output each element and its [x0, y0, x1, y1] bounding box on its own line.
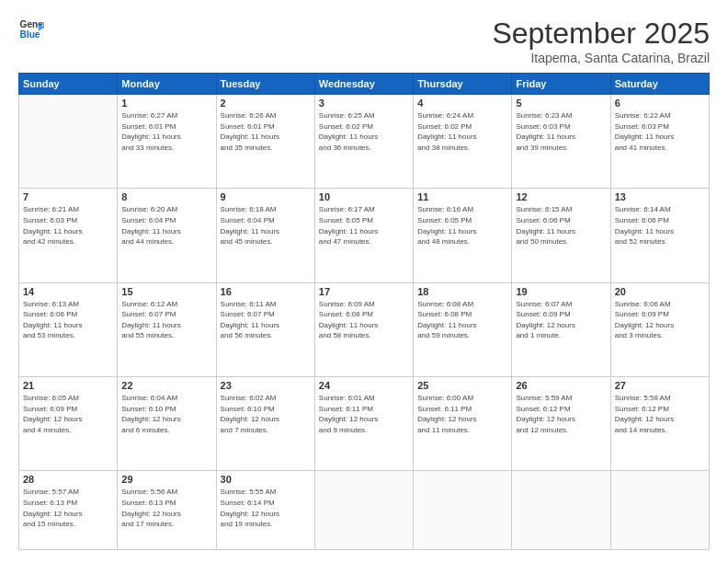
day-number: 13	[615, 191, 705, 202]
day-number: 30	[221, 474, 311, 485]
header: General Blue September 2025 Itapema, San…	[18, 17, 710, 65]
table-cell: 7Sunrise: 6:21 AMSunset: 6:03 PMDaylight…	[19, 189, 118, 282]
logo: General Blue	[18, 17, 44, 42]
day-info: Sunrise: 6:02 AMSunset: 6:10 PMDaylight:…	[221, 393, 311, 435]
day-number: 8	[121, 191, 211, 202]
table-cell	[414, 471, 512, 550]
day-info: Sunrise: 5:57 AMSunset: 6:13 PMDaylight:…	[23, 487, 113, 529]
day-info: Sunrise: 5:59 AMSunset: 6:12 PMDaylight:…	[516, 393, 606, 435]
day-number: 22	[121, 380, 211, 391]
day-number: 3	[319, 98, 409, 109]
day-info: Sunrise: 6:15 AMSunset: 6:06 PMDaylight:…	[516, 204, 606, 247]
table-cell: 20Sunrise: 6:06 AMSunset: 6:09 PMDayligh…	[610, 282, 709, 376]
day-info: Sunrise: 5:58 AMSunset: 6:12 PMDaylight:…	[615, 393, 705, 435]
table-cell: 8Sunrise: 6:20 AMSunset: 6:04 PMDaylight…	[118, 189, 216, 282]
day-info: Sunrise: 6:00 AMSunset: 6:11 PMDaylight:…	[417, 393, 507, 435]
table-cell: 11Sunrise: 6:16 AMSunset: 6:05 PMDayligh…	[414, 189, 512, 282]
day-info: Sunrise: 6:05 AMSunset: 6:09 PMDaylight:…	[23, 393, 113, 435]
day-info: Sunrise: 6:24 AMSunset: 6:02 PMDaylight:…	[417, 110, 507, 153]
calendar-table: Sunday Monday Tuesday Wednesday Thursday…	[18, 73, 710, 550]
day-number: 28	[23, 474, 113, 485]
day-number: 16	[221, 286, 311, 297]
day-info: Sunrise: 6:22 AMSunset: 6:03 PMDaylight:…	[615, 110, 705, 153]
day-info: Sunrise: 6:17 AMSunset: 6:05 PMDaylight:…	[319, 204, 409, 247]
day-info: Sunrise: 6:13 AMSunset: 6:06 PMDaylight:…	[23, 299, 113, 341]
svg-text:Blue: Blue	[20, 29, 40, 40]
day-info: Sunrise: 6:21 AMSunset: 6:03 PMDaylight:…	[23, 204, 113, 247]
day-number: 1	[121, 98, 211, 109]
day-number: 2	[221, 98, 311, 109]
subtitle: Itapema, Santa Catarina, Brazil	[492, 51, 710, 65]
day-info: Sunrise: 5:55 AMSunset: 6:14 PMDaylight:…	[221, 487, 311, 529]
day-info: Sunrise: 6:25 AMSunset: 6:02 PMDaylight:…	[319, 110, 409, 153]
day-number: 26	[516, 380, 606, 391]
day-info: Sunrise: 6:04 AMSunset: 6:10 PMDaylight:…	[121, 393, 211, 435]
day-info: Sunrise: 6:09 AMSunset: 6:08 PMDaylight:…	[319, 299, 409, 341]
day-number: 15	[121, 286, 211, 297]
table-cell: 19Sunrise: 6:07 AMSunset: 6:09 PMDayligh…	[512, 282, 610, 376]
col-tuesday: Tuesday	[216, 74, 314, 95]
day-info: Sunrise: 6:14 AMSunset: 6:06 PMDaylight:…	[615, 204, 705, 247]
table-cell: 5Sunrise: 6:23 AMSunset: 6:03 PMDaylight…	[512, 95, 610, 189]
day-info: Sunrise: 6:23 AMSunset: 6:03 PMDaylight:…	[516, 110, 606, 153]
day-number: 27	[615, 380, 705, 391]
col-friday: Friday	[512, 74, 610, 95]
table-cell: 17Sunrise: 6:09 AMSunset: 6:08 PMDayligh…	[314, 282, 413, 376]
table-cell: 2Sunrise: 6:26 AMSunset: 6:01 PMDaylight…	[216, 95, 314, 189]
table-cell: 9Sunrise: 6:18 AMSunset: 6:04 PMDaylight…	[216, 189, 314, 282]
table-cell: 15Sunrise: 6:12 AMSunset: 6:07 PMDayligh…	[118, 282, 216, 376]
day-number: 11	[417, 191, 507, 202]
day-number: 17	[319, 286, 409, 297]
table-cell: 30Sunrise: 5:55 AMSunset: 6:14 PMDayligh…	[216, 471, 314, 550]
table-cell: 18Sunrise: 6:08 AMSunset: 6:08 PMDayligh…	[414, 282, 512, 376]
table-cell: 23Sunrise: 6:02 AMSunset: 6:10 PMDayligh…	[216, 376, 314, 470]
table-cell: 28Sunrise: 5:57 AMSunset: 6:13 PMDayligh…	[19, 471, 118, 550]
page: General Blue September 2025 Itapema, San…	[0, 0, 728, 563]
day-info: Sunrise: 6:27 AMSunset: 6:01 PMDaylight:…	[121, 110, 211, 153]
table-cell: 4Sunrise: 6:24 AMSunset: 6:02 PMDaylight…	[414, 95, 512, 189]
day-number: 23	[221, 380, 311, 391]
calendar-header-row: Sunday Monday Tuesday Wednesday Thursday…	[19, 74, 710, 95]
day-info: Sunrise: 6:08 AMSunset: 6:08 PMDaylight:…	[417, 299, 507, 341]
table-cell: 3Sunrise: 6:25 AMSunset: 6:02 PMDaylight…	[314, 95, 413, 189]
day-number: 25	[417, 380, 507, 391]
day-info: Sunrise: 6:20 AMSunset: 6:04 PMDaylight:…	[121, 204, 211, 247]
day-number: 9	[221, 191, 311, 202]
table-cell: 13Sunrise: 6:14 AMSunset: 6:06 PMDayligh…	[610, 189, 709, 282]
day-number: 20	[615, 286, 705, 297]
table-cell: 6Sunrise: 6:22 AMSunset: 6:03 PMDaylight…	[610, 95, 709, 189]
day-number: 18	[417, 286, 507, 297]
table-cell: 27Sunrise: 5:58 AMSunset: 6:12 PMDayligh…	[610, 376, 709, 470]
title-block: September 2025 Itapema, Santa Catarina, …	[492, 17, 710, 65]
day-number: 5	[516, 98, 606, 109]
day-number: 7	[23, 191, 113, 202]
table-cell	[512, 471, 610, 550]
table-cell: 26Sunrise: 5:59 AMSunset: 6:12 PMDayligh…	[512, 376, 610, 470]
day-info: Sunrise: 6:07 AMSunset: 6:09 PMDaylight:…	[516, 299, 606, 341]
day-info: Sunrise: 6:18 AMSunset: 6:04 PMDaylight:…	[221, 204, 311, 247]
table-cell: 29Sunrise: 5:56 AMSunset: 6:13 PMDayligh…	[118, 471, 216, 550]
day-number: 29	[121, 474, 211, 485]
col-thursday: Thursday	[414, 74, 512, 95]
day-number: 21	[23, 380, 113, 391]
table-cell: 1Sunrise: 6:27 AMSunset: 6:01 PMDaylight…	[118, 95, 216, 189]
table-cell: 24Sunrise: 6:01 AMSunset: 6:11 PMDayligh…	[314, 376, 413, 470]
col-sunday: Sunday	[19, 74, 118, 95]
col-saturday: Saturday	[610, 74, 709, 95]
table-cell	[610, 471, 709, 550]
table-cell	[19, 95, 118, 189]
table-cell: 12Sunrise: 6:15 AMSunset: 6:06 PMDayligh…	[512, 189, 610, 282]
day-number: 4	[417, 98, 507, 109]
day-info: Sunrise: 6:01 AMSunset: 6:11 PMDaylight:…	[319, 393, 409, 435]
day-info: Sunrise: 6:12 AMSunset: 6:07 PMDaylight:…	[121, 299, 211, 341]
table-cell	[314, 471, 413, 550]
day-info: Sunrise: 6:26 AMSunset: 6:01 PMDaylight:…	[221, 110, 311, 153]
table-cell: 16Sunrise: 6:11 AMSunset: 6:07 PMDayligh…	[216, 282, 314, 376]
table-cell: 22Sunrise: 6:04 AMSunset: 6:10 PMDayligh…	[118, 376, 216, 470]
day-number: 6	[615, 98, 705, 109]
month-title: September 2025	[492, 17, 710, 51]
table-cell: 25Sunrise: 6:00 AMSunset: 6:11 PMDayligh…	[414, 376, 512, 470]
table-cell: 21Sunrise: 6:05 AMSunset: 6:09 PMDayligh…	[19, 376, 118, 470]
day-info: Sunrise: 6:06 AMSunset: 6:09 PMDaylight:…	[615, 299, 705, 341]
table-cell: 10Sunrise: 6:17 AMSunset: 6:05 PMDayligh…	[314, 189, 413, 282]
